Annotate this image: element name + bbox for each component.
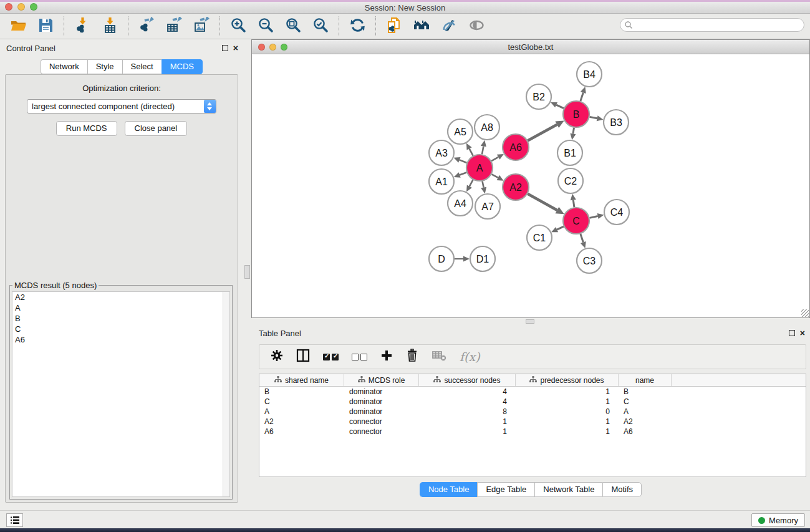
network-minimize-button[interactable] bbox=[269, 44, 276, 51]
tab-motifs[interactable]: Motifs bbox=[602, 482, 642, 497]
table-cell[interactable]: 0 bbox=[516, 407, 619, 417]
close-window-button[interactable] bbox=[5, 3, 12, 11]
graph-node-A3[interactable]: A3 bbox=[429, 140, 454, 165]
edge-A-A4[interactable] bbox=[470, 180, 473, 186]
table-cell[interactable]: A6 bbox=[619, 427, 672, 437]
table-cell[interactable]: connector bbox=[344, 427, 419, 437]
float-panel-icon[interactable] bbox=[222, 45, 228, 51]
table-cell[interactable]: C bbox=[619, 397, 672, 407]
column-header-MCDS-role[interactable]: MCDS role bbox=[344, 374, 419, 386]
table-cell[interactable]: 4 bbox=[419, 387, 516, 397]
save-session-button[interactable] bbox=[36, 16, 55, 36]
tab-node-table[interactable]: Node Table bbox=[420, 482, 478, 497]
mcds-result-item[interactable]: A6 bbox=[12, 334, 229, 345]
select-all-button[interactable] bbox=[323, 349, 339, 365]
export-network-button[interactable] bbox=[137, 16, 157, 36]
tab-mcds[interactable]: MCDS bbox=[162, 59, 203, 74]
task-history-button[interactable] bbox=[6, 513, 23, 527]
hide-graphics-button[interactable] bbox=[439, 16, 459, 36]
table-cell[interactable]: A2 bbox=[259, 417, 344, 427]
graph-node-B4[interactable]: B4 bbox=[577, 62, 602, 87]
table-cell[interactable]: C bbox=[259, 397, 344, 407]
table-cell[interactable]: 1 bbox=[419, 427, 516, 437]
gear-button[interactable] bbox=[271, 349, 283, 365]
edge-A-A6[interactable] bbox=[491, 157, 498, 161]
table-cell[interactable]: B bbox=[619, 387, 672, 397]
table-cell[interactable]: A bbox=[619, 407, 672, 417]
column-header-shared-name[interactable]: shared name bbox=[259, 374, 344, 386]
graph-node-B1[interactable]: B1 bbox=[557, 140, 582, 165]
close-panel-button[interactable]: Close panel bbox=[125, 121, 188, 136]
zoom-fit-button[interactable] bbox=[283, 16, 303, 36]
network-zoom-button[interactable] bbox=[281, 44, 287, 51]
table-cell[interactable]: A bbox=[259, 407, 344, 417]
column-view-button[interactable] bbox=[296, 349, 310, 365]
table-row[interactable]: Cdominator41C bbox=[259, 397, 806, 407]
table-cell[interactable]: 4 bbox=[419, 397, 516, 407]
graph-node-B3[interactable]: B3 bbox=[604, 110, 629, 135]
edge-A-A8[interactable] bbox=[482, 146, 483, 154]
graph-node-A8[interactable]: A8 bbox=[475, 115, 499, 140]
graph-node-A7[interactable]: A7 bbox=[475, 194, 500, 219]
graph-node-D[interactable]: D bbox=[429, 246, 454, 271]
graph-node-A4[interactable]: A4 bbox=[448, 191, 473, 216]
table-row[interactable]: Bdominator41B bbox=[259, 387, 806, 397]
graph-node-A1[interactable]: A1 bbox=[429, 169, 454, 194]
graph-node-C[interactable]: C bbox=[563, 208, 589, 234]
mcds-result-item[interactable]: A bbox=[12, 302, 229, 313]
mcds-result-item[interactable]: A2 bbox=[12, 292, 229, 302]
zoom-in-button[interactable] bbox=[228, 16, 248, 36]
table-cell[interactable]: A2 bbox=[619, 417, 672, 427]
horizontal-splitter-handle[interactable] bbox=[526, 319, 534, 324]
graph-node-C1[interactable]: C1 bbox=[527, 225, 552, 250]
table-row[interactable]: A2connector11A2 bbox=[259, 417, 806, 427]
table-row[interactable]: A6connector11A6 bbox=[259, 427, 806, 437]
edge-B-B3[interactable] bbox=[590, 117, 597, 118]
edge-C-C2[interactable] bbox=[573, 200, 574, 208]
minimize-window-button[interactable] bbox=[17, 3, 25, 11]
open-file-button[interactable] bbox=[8, 16, 28, 36]
graph-node-D1[interactable]: D1 bbox=[470, 246, 495, 271]
edge-A-A5[interactable] bbox=[470, 148, 473, 155]
edge-A-A7[interactable] bbox=[483, 181, 484, 188]
network-window-titlebar[interactable]: testGlobe.txt bbox=[252, 40, 809, 54]
column-header-name[interactable]: name bbox=[619, 374, 672, 386]
zoom-out-button[interactable] bbox=[256, 16, 276, 36]
graph-node-A5[interactable]: A5 bbox=[448, 119, 473, 144]
graph-node-C3[interactable]: C3 bbox=[577, 248, 602, 273]
graph-node-C4[interactable]: C4 bbox=[604, 200, 629, 225]
edge-A-A3[interactable] bbox=[460, 160, 467, 163]
list-scrollbar[interactable] bbox=[223, 292, 229, 496]
edge-A-A2[interactable] bbox=[491, 174, 498, 178]
table-cell[interactable]: 1 bbox=[516, 397, 619, 407]
tab-edge-table[interactable]: Edge Table bbox=[477, 482, 534, 497]
table-cell[interactable]: dominator bbox=[344, 387, 419, 397]
function-builder-button[interactable]: f(x) bbox=[460, 349, 480, 365]
edge-A-A1[interactable] bbox=[460, 172, 466, 175]
graph-node-C2[interactable]: C2 bbox=[558, 168, 583, 193]
zoom-window-button[interactable] bbox=[30, 3, 37, 11]
vertical-splitter-handle[interactable] bbox=[244, 265, 250, 279]
table-cell[interactable]: 1 bbox=[516, 387, 619, 397]
table-cell[interactable]: A6 bbox=[259, 427, 344, 437]
table-cell[interactable]: 1 bbox=[419, 417, 516, 427]
graph-node-B[interactable]: B bbox=[563, 101, 589, 127]
edge-C-C3[interactable] bbox=[581, 234, 583, 243]
column-header-successor-nodes[interactable]: successor nodes bbox=[419, 374, 516, 386]
table-float-panel-icon[interactable] bbox=[789, 330, 795, 336]
graph-node-A[interactable]: A bbox=[466, 155, 493, 181]
graph-node-A6[interactable]: A6 bbox=[503, 134, 529, 160]
table-close-panel-icon[interactable]: × bbox=[800, 330, 805, 336]
edge-B-B2[interactable] bbox=[556, 105, 564, 109]
run-mcds-button[interactable]: Run MCDS bbox=[56, 121, 117, 136]
import-table-button[interactable] bbox=[100, 16, 120, 36]
edge-A6-B[interactable] bbox=[528, 125, 557, 141]
edge-B-B1[interactable] bbox=[573, 128, 574, 134]
network-canvas[interactable]: B4B2BB3A5A8A6B1A3AA1A2C2A4A7C4CC1DD1C3 bbox=[252, 54, 809, 317]
delete-column-button[interactable] bbox=[406, 349, 418, 365]
close-panel-icon[interactable]: × bbox=[233, 45, 238, 51]
table-cell[interactable]: connector bbox=[344, 417, 419, 427]
table-cell[interactable]: dominator bbox=[344, 407, 419, 417]
refresh-button[interactable] bbox=[347, 16, 367, 36]
add-column-button[interactable] bbox=[380, 349, 393, 365]
